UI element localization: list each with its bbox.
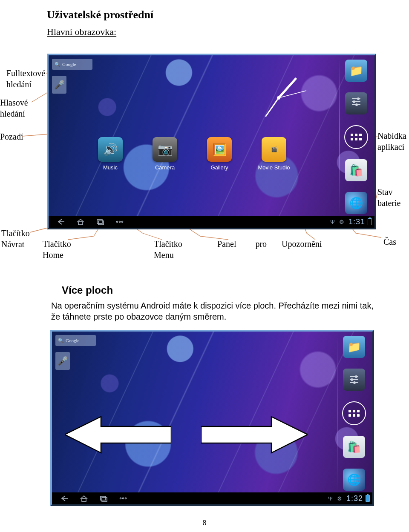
dock-app-browser[interactable]: 🌐 [343,469,365,491]
menu-button[interactable] [113,493,133,503]
voice-search-widget[interactable]: 🎤 [52,76,66,94]
svg-marker-29 [65,417,171,453]
home-screen-screenshot-1: 🔍 Google 🎤 📁 [47,54,376,229]
callout-line1: Tlačítko [43,239,71,249]
sliders-icon [348,373,360,386]
battery-icon [368,218,372,225]
debug-icon[interactable]: ⚙ [339,219,344,225]
callout-home-button: Tlačítko Home [43,238,81,260]
callout-line1: Tlačítko [154,239,182,249]
svg-point-35 [120,498,121,499]
dock-app-settings[interactable] [345,92,367,114]
home-button[interactable] [74,493,94,503]
voice-search-widget[interactable]: 🎤 [55,352,70,370]
page: Uživatelské prostřední Hlavní obrazovka:… [0,0,409,532]
callout-time: Čas [383,236,409,247]
folder-icon: 📁 [349,64,363,77]
page-title: Uživatelské prostřední [47,9,153,21]
svg-rect-34 [102,498,107,501]
dock-app-file-explorer[interactable]: 📁 [343,336,365,358]
dock-app-store[interactable]: 🛍️ [345,159,367,181]
callout-notification-panel: Panel pro Upozornění [217,238,328,249]
dock-app-settings[interactable] [343,369,365,391]
all-apps-button[interactable] [342,401,366,425]
home-button[interactable] [71,217,90,227]
callout-back-button: Tlačítko Návrat [1,228,40,250]
apps-grid-icon [351,134,362,140]
callout-line2: baterie [377,198,400,208]
dock-app-browser[interactable]: 🌐 [345,192,367,214]
search-widget[interactable]: 🔍 Google [55,335,96,346]
svg-line-8 [266,98,279,116]
svg-rect-32 [82,498,86,501]
swipe-right-arrow [201,415,308,455]
globe-icon: 🌐 [349,197,363,210]
usb-icon[interactable]: Ψ [330,219,335,225]
callout-fulltext-search: Fulltextové hledání [6,68,49,90]
movie-icon: 🎬 [262,137,286,162]
callout-line1: Stav [377,187,393,197]
dock-app-file-explorer[interactable]: 📁 [345,60,367,82]
svg-rect-18 [97,220,102,223]
callout-line1: Fulltextové [6,69,45,78]
app-gallery[interactable]: 🖼️ Gallery [200,137,239,180]
svg-point-15 [356,104,357,106]
svg-rect-19 [98,221,104,225]
callout-line2: Menu [154,250,174,260]
app-label: Camera [155,164,175,171]
back-button[interactable] [51,217,71,227]
microphone-icon: 🎤 [58,356,68,366]
search-label: Google [66,338,79,343]
callout-line2: aplikací [377,142,404,152]
section-heading: Více ploch [62,284,113,296]
page-number: 8 [0,519,409,527]
search-label: Google [62,62,76,67]
dock-divider [337,334,337,492]
callout-menu-button: Tlačítko Menu [154,238,188,260]
shopping-bag-icon: 🛍️ [347,440,361,454]
system-bar: Ψ ⚙ 1:31 [49,216,374,228]
globe-icon: 🌐 [347,473,361,486]
svg-point-37 [125,498,127,499]
svg-point-26 [351,379,353,380]
callout-line1: Nabídka [377,131,406,140]
battery-icon [366,495,370,502]
dock: 📁 🛍️ 🌐 [343,60,369,214]
svg-point-21 [119,221,121,223]
statusbar-clock[interactable]: 1:32 [346,494,363,503]
callout-wallpaper: Pozadí [0,131,26,142]
svg-point-24 [355,376,357,378]
search-widget[interactable]: 🔍 Google [52,59,92,70]
recents-button[interactable] [90,217,110,227]
app-movie-studio[interactable]: 🎬 Movie Studio [255,137,293,180]
svg-point-13 [353,101,355,103]
back-button[interactable] [55,493,74,503]
callout-line1: Tlačítko [1,229,30,238]
shopping-bag-icon: 🛍️ [349,164,363,177]
usb-icon[interactable]: Ψ [328,495,333,502]
camera-icon: 📷 [153,137,177,162]
section-body: Na operačním systému Android máte k disp… [51,300,379,322]
swipe-left-arrow [65,415,171,455]
callout-battery: Stav baterie [377,186,409,209]
callout-line1: Hlasové [0,98,28,107]
dock-divider [339,58,340,216]
gallery-icon: 🖼️ [207,137,232,162]
app-music[interactable]: 🔊 Music [91,137,130,180]
sliders-icon [350,95,363,111]
svg-rect-33 [101,496,106,500]
menu-button[interactable] [110,217,130,227]
statusbar-clock[interactable]: 1:31 [349,217,365,226]
svg-marker-30 [201,417,308,453]
folder-icon: 📁 [347,340,361,354]
home-screen-screenshot-2: 🔍 Google 🎤 📁 🛍️ 🌐 [50,330,374,506]
analog-clock-widget[interactable] [234,70,323,126]
callout-line2: hledání [0,109,25,118]
dock-app-store[interactable]: 🛍️ [343,436,365,458]
recents-button[interactable] [94,493,113,503]
app-camera[interactable]: 📷 Camera [146,137,184,180]
all-apps-button[interactable] [344,125,368,149]
debug-icon[interactable]: ⚙ [337,495,342,502]
search-icon: 🔍 [55,62,60,67]
svg-line-7 [279,79,296,98]
